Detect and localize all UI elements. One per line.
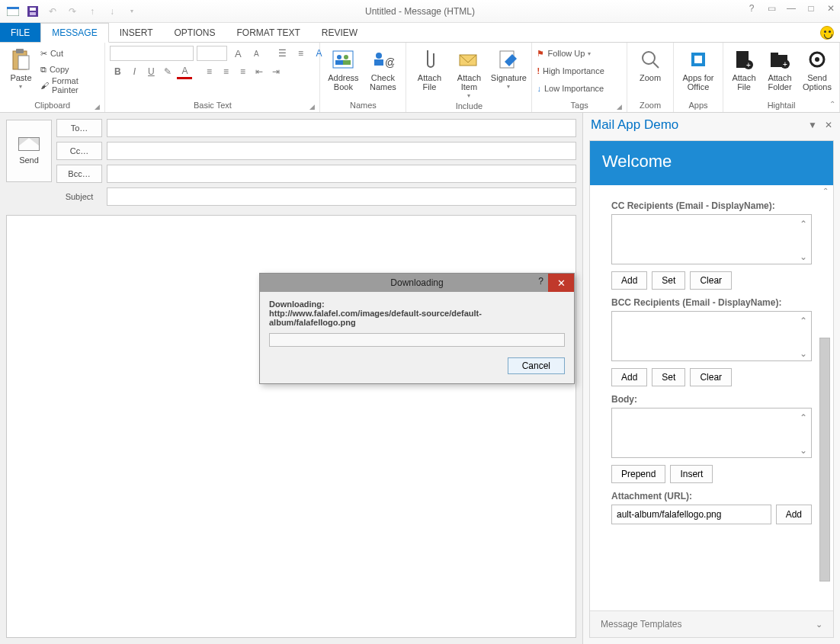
tab-insert[interactable]: INSERT	[109, 23, 164, 42]
spin-up-icon[interactable]: ⌃	[798, 219, 809, 229]
underline-button[interactable]: U	[143, 64, 159, 79]
pane-close-icon[interactable]: ✕	[825, 120, 832, 130]
pane-scrollbar[interactable]: ⌃	[818, 185, 832, 610]
tab-options[interactable]: OPTIONS	[164, 23, 226, 42]
cancel-button[interactable]: Cancel	[508, 357, 565, 374]
tab-format-text[interactable]: FORMAT TEXT	[226, 23, 311, 42]
font-color-icon[interactable]: A	[177, 64, 192, 79]
spin-up-icon[interactable]: ⌃	[798, 316, 809, 326]
message-templates-accordion[interactable]: Message Templates ⌄	[590, 610, 833, 637]
down-icon[interactable]: ↓	[104, 3, 120, 20]
highlight-icon[interactable]: ✎	[160, 64, 175, 79]
send-button[interactable]: Send	[6, 120, 52, 182]
close-icon[interactable]: ✕	[825, 3, 837, 14]
exclamation-icon: !	[537, 66, 540, 75]
spin-down-icon[interactable]: ⌄	[798, 348, 809, 359]
title-bar: ↶ ↷ ↑ ↓ ▾ Untitled - Message (HTML) ? ▭ …	[0, 0, 840, 23]
maximize-icon[interactable]: □	[805, 3, 817, 14]
pane-menu-icon[interactable]: ▼	[808, 120, 817, 130]
cc-set-button[interactable]: Set	[652, 271, 685, 290]
body-prepend-button[interactable]: Prepend	[611, 465, 665, 483]
svg-point-10	[344, 55, 348, 59]
grow-font-icon[interactable]: A	[230, 46, 245, 61]
tab-message[interactable]: MESSAGE	[40, 23, 108, 43]
attachment-add-button[interactable]: Add	[776, 505, 812, 524]
bcc-textarea[interactable]	[611, 311, 812, 361]
cc-field[interactable]	[107, 142, 576, 160]
format-painter-button[interactable]: 🖌Format Painter	[40, 78, 100, 93]
spin-down-icon[interactable]: ⌄	[798, 252, 809, 262]
hightail-attach-folder-button[interactable]: +Attach Folder	[763, 46, 797, 91]
tab-file[interactable]: FILE	[0, 23, 40, 42]
dialog-launcher-icon[interactable]: ◢	[309, 103, 315, 111]
file-plus-icon: +	[732, 47, 756, 72]
zoom-button[interactable]: Zoom	[632, 46, 668, 82]
decrease-indent-icon[interactable]: ⇤	[252, 64, 267, 79]
up-icon[interactable]: ↑	[84, 3, 101, 20]
bold-button[interactable]: B	[110, 64, 125, 79]
check-names-button[interactable]: @Check Names	[364, 46, 401, 91]
svg-point-30	[815, 57, 819, 62]
address-book-button[interactable]: Address Book	[325, 46, 361, 91]
subject-field[interactable]	[107, 187, 576, 206]
help-icon[interactable]: ?	[745, 3, 758, 14]
dialog-help-icon[interactable]: ?	[538, 276, 543, 287]
bcc-set-button[interactable]: Set	[652, 368, 685, 386]
align-left-icon[interactable]: ≡	[201, 64, 216, 79]
low-importance-button[interactable]: ↓Low Importance	[537, 81, 604, 96]
qat-customize-icon[interactable]: ▾	[123, 3, 140, 20]
spin-down-icon[interactable]: ⌄	[798, 445, 809, 456]
high-importance-button[interactable]: !High Importance	[537, 63, 604, 78]
svg-text:@: @	[385, 56, 394, 69]
font-size-select[interactable]	[197, 46, 227, 61]
body-textarea[interactable]	[611, 408, 812, 458]
paste-button[interactable]: Paste ▾	[5, 46, 37, 91]
bcc-clear-button[interactable]: Clear	[690, 368, 732, 386]
align-right-icon[interactable]: ≡	[235, 64, 250, 79]
body-insert-button[interactable]: Insert	[670, 465, 713, 483]
svg-rect-12	[343, 60, 351, 65]
bullets-icon[interactable]: ☰	[274, 46, 290, 61]
tab-review[interactable]: REVIEW	[311, 23, 368, 42]
cut-button[interactable]: ✂Cut	[40, 46, 100, 61]
attachment-url-input[interactable]	[611, 505, 771, 524]
collapse-ribbon-icon[interactable]: ⌃	[829, 100, 835, 108]
to-button[interactable]: To…	[56, 119, 102, 137]
shrink-font-icon[interactable]: A	[248, 46, 264, 61]
cc-add-button[interactable]: Add	[611, 271, 647, 290]
redo-icon[interactable]: ↷	[64, 3, 81, 20]
cc-button[interactable]: Cc…	[56, 142, 102, 160]
dialog-launcher-icon[interactable]: ◢	[95, 103, 100, 111]
font-family-select[interactable]	[110, 46, 194, 61]
hightail-attach-file-button[interactable]: +Attach File	[728, 46, 760, 91]
copy-button[interactable]: ⧉Copy	[40, 62, 100, 77]
hightail-send-options-button[interactable]: Send Options	[800, 46, 835, 91]
bcc-button[interactable]: Bcc…	[56, 165, 102, 183]
minimize-icon[interactable]: —	[785, 3, 797, 14]
cc-clear-button[interactable]: Clear	[690, 271, 732, 290]
feedback-smiley-icon[interactable]	[820, 26, 834, 40]
bcc-field[interactable]	[107, 165, 576, 183]
bcc-add-button[interactable]: Add	[611, 368, 647, 386]
italic-button[interactable]: I	[127, 64, 142, 79]
increase-indent-icon[interactable]: ⇥	[268, 64, 284, 79]
brush-icon: 🖌	[40, 81, 49, 90]
numbering-icon[interactable]: ≡	[293, 46, 308, 61]
spin-up-icon[interactable]: ⌃	[798, 412, 809, 423]
signature-button[interactable]: Signature▾	[490, 46, 527, 91]
folder-plus-icon: +	[768, 47, 792, 72]
apps-for-office-button[interactable]: Apps for Office	[678, 46, 718, 91]
follow-up-button[interactable]: ⚑Follow Up▾	[537, 46, 604, 61]
undo-icon[interactable]: ↶	[44, 3, 61, 20]
align-center-icon[interactable]: ≡	[218, 64, 233, 79]
scrollbar-thumb[interactable]	[819, 338, 830, 582]
dialog-close-button[interactable]: ✕	[548, 274, 574, 292]
ribbon-display-icon[interactable]: ▭	[765, 3, 777, 14]
save-icon[interactable]	[24, 3, 41, 20]
cc-textarea[interactable]	[611, 214, 812, 264]
to-field[interactable]	[107, 119, 576, 137]
dialog-launcher-icon[interactable]: ◢	[617, 103, 622, 111]
scroll-up-icon[interactable]: ⌃	[822, 187, 829, 195]
attach-item-button[interactable]: Attach Item▾	[450, 46, 487, 100]
attach-file-button[interactable]: Attach File	[411, 46, 447, 91]
